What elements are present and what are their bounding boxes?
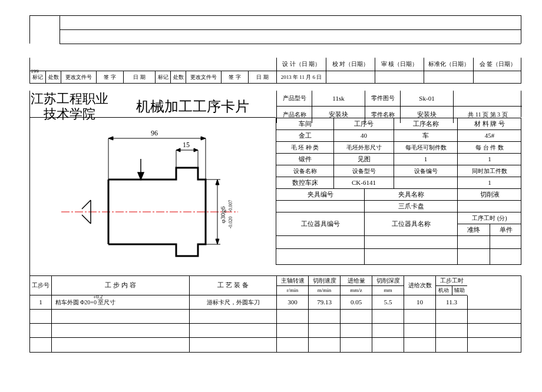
step1-depth: 5.5 [372,295,404,309]
part-code-val: Sk-01 [400,91,453,107]
equip-model-label: 设备型号 [333,165,394,177]
info-block: 车间 工序号 工序名称 材 料 牌 号 金工 40 车 45# 毛 坯 种 类 … [276,118,521,265]
blank-type-label: 毛 坯 种 类 [276,142,333,153]
review-date-label: 审 核（日期） [375,58,424,71]
coolant-label: 切削液 [457,189,521,200]
step1-feed: 0.05 [340,295,372,309]
equip-name-val: 数控车床 [276,177,333,188]
blank-type-val: 锻件 [276,154,333,165]
standard-date-label: 标准化（日期） [424,58,473,71]
changefile2: 更改文件号 [186,71,221,84]
fixture-name-label: 夹具名称 [364,189,457,200]
date1: 日 期 [123,71,155,84]
count1: 处数 [45,71,61,84]
design-date-label: 设 计（日 期） [276,58,326,71]
step1-spindle: 300 [276,295,308,309]
time-aux: 辅助 [452,286,468,295]
design-date-val: 2013 年 11 月 6 日 [276,71,326,84]
per-blank-val: 1 [394,154,457,165]
simul-label: 同时加工件数 [457,165,521,177]
time-hdr: 工步工时 [436,276,467,285]
opname-val: 车 [394,130,457,141]
blank-dim-label: 毛坯外形尺寸 [333,142,394,153]
dia-label: φ30g6 [219,206,226,223]
tol1: -0.007 [228,200,233,212]
material-val: 45# [457,130,521,141]
top-blank-rows [29,15,521,44]
fixture-no-label: 夹具编号 [276,189,364,200]
equip-model-val: CK-6141 [333,177,394,188]
step1-cut: 79.13 [308,295,340,309]
cut-unit: m/min [309,285,340,295]
step-no-hdr: 工步号 [30,276,51,295]
dim-15: 15 [183,141,190,149]
equip-name-label: 设备名称 [276,165,333,177]
feed-unit: mm/z [341,285,372,295]
op-time-label: 工序工时 (分) [458,212,521,224]
svg-marker-16 [216,180,219,185]
fixture-name-val: 三爪卡盘 [364,201,457,212]
step-equip-hdr: 工 艺 装 备 [189,276,276,295]
svg-marker-12 [138,172,144,180]
header-main: 江苏工程职业 技术学院 机械加工工序卡片 产品型号 产品名称 11sk 安装块 … [29,91,521,117]
station-name-label: 工位器具名称 [364,212,457,236]
card-title: 机械加工工序卡片 [136,98,249,115]
svg-marker-9 [176,148,180,152]
per-set-label: 每 台 件 数 [457,142,521,153]
technical-drawing: 96 15 φ30g6 -0.007 -0.020 [55,124,273,263]
depth-hdr: 切削深度 [372,276,404,285]
simul-val: 1 [457,177,521,188]
station-no-label: 工位器具编号 [276,212,364,236]
svg-marker-5 [201,137,206,140]
spindle-unit: r/min [277,285,308,295]
sign1: 签 字 [96,71,123,84]
mark2: 标记 [155,71,170,84]
tol2: -0.020 [228,217,233,229]
changefile1: 更改文件号 [61,71,96,84]
dim-96: 96 [151,129,158,137]
workshop-val: 金工 [276,130,333,141]
step1-cycles: 10 [404,295,435,309]
material-label: 材 料 牌 号 [457,118,521,129]
svg-marker-17 [216,239,219,244]
step1-timeB [467,295,495,309]
sign2: 签 字 [221,71,248,84]
cycles-hdr: 进给次数 [404,276,435,295]
count2: 处数 [170,71,186,84]
product-model-val: 11sk [312,91,365,107]
step1-equip: 游标卡尺，外圆车刀 [189,295,276,309]
approval-block: 设 计（日 期） 校 对（日期） 审 核（日期） 标准化（日期） 会 签（日期）… [29,58,521,84]
step1-no: 1 [30,295,51,309]
prep-time-label: 准终 [458,224,490,235]
product-model-label: 产品型号 [276,91,312,107]
opno-val: 40 [333,130,394,141]
equip-no-val [394,177,457,188]
unit-time-label: 单件 [490,224,521,235]
blank-dim-val: 见图 [333,154,394,165]
depth-unit: mm [372,285,404,295]
feed-hdr: 进给量 [341,276,372,285]
svg-marker-10 [194,148,198,152]
per-set-val: 1 [457,154,521,165]
part-code-label: 零件图号 [365,91,400,107]
step-content-hdr: 工 步 内 容 [51,276,189,295]
spindle-hdr: 主轴转速 [277,276,308,285]
school-line1: 江苏工程职业 [31,91,108,107]
svg-marker-4 [108,137,113,140]
check-date-label: 校 对（日期） [326,58,375,71]
coolant-val [457,201,521,212]
per-blank-label: 每毛坯可制件数 [394,142,457,153]
cut-hdr: 切削速度 [309,276,340,285]
date2: 日 期 [248,71,276,84]
steps-table: 工步号 工 步 内 容 工 艺 装 备 主轴转速 r/min 切削速度 m/mi… [29,275,521,353]
opno-label: 工序号 [333,118,394,129]
fixture-no-val [276,201,364,212]
mark1: 标记 [30,71,45,84]
workshop-label: 车间 [276,118,333,129]
sign-date-label: 会 签（日期） [473,58,522,71]
step1-timeA: 11.3 [435,295,467,309]
opname-label: 工序名称 [394,118,457,129]
equip-no-label: 设备编号 [394,165,457,177]
step1-content: 精车外圆 Φ20+0 +0.2 至尺寸 [51,295,189,309]
time-move: 机动 [436,286,452,295]
